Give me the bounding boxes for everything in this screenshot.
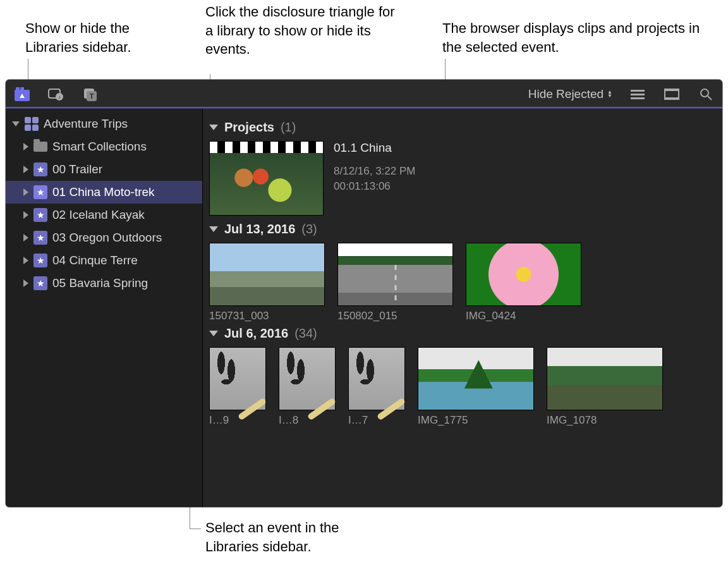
clip-item[interactable]: I…9 — [209, 347, 266, 427]
svg-rect-2 — [20, 87, 24, 90]
sidebar-item-label: 01 China Moto-trek — [52, 185, 155, 199]
list-view-icon[interactable] — [629, 85, 646, 103]
library-row[interactable]: Adventure Trips — [6, 113, 202, 135]
clip-grid: I…9I…8I…7IMG_1775IMG_1078 — [209, 347, 716, 427]
clip-label: 150731_003 — [209, 310, 325, 322]
svg-text:♪: ♪ — [58, 94, 61, 100]
sidebar-item-event[interactable]: ★01 China Moto-trek — [6, 181, 202, 204]
sidebar-item-event[interactable]: ★04 Cinque Terre — [6, 249, 202, 272]
clip-label: IMG_1078 — [547, 414, 663, 427]
sidebar-item-label: Smart Collections — [52, 140, 147, 154]
section-count: (1) — [281, 120, 296, 135]
clip-label: I…8 — [279, 414, 336, 427]
clip-item[interactable]: IMG_0424 — [466, 243, 581, 322]
chevron-down-icon[interactable] — [209, 331, 218, 336]
libraries-sidebar-toggle-icon[interactable] — [13, 85, 31, 103]
disclosure-triangle-icon[interactable] — [12, 121, 20, 126]
sidebar-item-label: 00 Trailer — [52, 162, 102, 176]
svg-rect-14 — [665, 89, 679, 91]
clip-browser: Projects(1)01.1 China8/12/16, 3:22 PM00:… — [203, 109, 722, 507]
folder-icon — [33, 142, 47, 152]
chevron-right-icon[interactable] — [23, 166, 28, 173]
toolbar-accent-line — [6, 107, 722, 108]
sidebar-item-event[interactable]: ★03 Oregon Outdoors — [6, 226, 202, 249]
project-thumbnail[interactable] — [209, 141, 324, 216]
project-meta: 01.1 China8/12/16, 3:22 PM00:01:13:06 — [334, 141, 415, 194]
updown-icon: ▲▼ — [607, 90, 612, 98]
libraries-sidebar: Adventure Trips Smart Collections★00 Tra… — [6, 109, 203, 507]
filmstrip-view-icon[interactable] — [663, 85, 681, 103]
sidebar-item-smart-collections[interactable]: Smart Collections — [6, 135, 202, 158]
sidebar-item-event[interactable]: ★05 Bavaria Spring — [6, 272, 202, 295]
callout-select-event: Select an event in the Libraries sidebar… — [205, 518, 395, 556]
svg-rect-1 — [16, 87, 20, 90]
clip-filter-dropdown[interactable]: Hide Rejected ▲▼ — [528, 87, 612, 101]
svg-rect-11 — [631, 94, 645, 95]
project-submeta: 8/12/16, 3:22 PM00:01:13:06 — [334, 164, 415, 194]
clip-item[interactable]: 150802_015 — [337, 243, 453, 322]
sidebar-item-label: 02 Iceland Kayak — [52, 208, 145, 222]
clip-label: 150802_015 — [337, 310, 453, 322]
chevron-right-icon[interactable] — [23, 257, 28, 264]
chevron-down-icon[interactable] — [209, 226, 218, 232]
clip-thumbnail[interactable] — [209, 243, 325, 306]
app-body: Adventure Trips Smart Collections★00 Tra… — [6, 109, 722, 507]
section-count: (34) — [294, 326, 317, 341]
chevron-right-icon[interactable] — [23, 211, 28, 219]
sidebar-item-label: 04 Cinque Terre — [52, 254, 138, 267]
svg-text:T: T — [90, 92, 94, 100]
browser-section-header[interactable]: Jul 6, 2016(34) — [209, 326, 716, 341]
clip-label: IMG_1775 — [418, 414, 534, 427]
chevron-right-icon[interactable] — [23, 234, 28, 242]
callout-disclosure: Click the disclosure triangle for a libr… — [205, 3, 395, 59]
sidebar-item-event[interactable]: ★02 Iceland Kayak — [6, 204, 202, 226]
project-name: 01.1 China — [334, 141, 415, 155]
clip-item[interactable]: 150731_003 — [209, 243, 325, 322]
callout-browser: The browser displays clips and projects … — [442, 19, 708, 56]
clip-item[interactable]: IMG_1078 — [547, 347, 663, 427]
clip-thumbnail[interactable] — [209, 347, 266, 410]
clip-thumbnail[interactable] — [279, 347, 336, 410]
search-icon[interactable] — [697, 85, 715, 103]
callout-toggle-sidebar: Show or hide the Libraries sidebar. — [25, 19, 183, 56]
leader-line — [28, 59, 28, 80]
clip-grid: 150731_003150802_015IMG_0424 — [209, 243, 716, 322]
clip-thumbnail[interactable] — [466, 243, 581, 306]
project-date: 8/12/16, 3:22 PM — [334, 164, 415, 179]
clip-label: IMG_0424 — [466, 310, 581, 322]
chevron-right-icon[interactable] — [23, 279, 28, 287]
event-star-icon: ★ — [33, 231, 47, 245]
chevron-right-icon[interactable] — [23, 188, 28, 196]
toolbar: ♪ T Hide Rejected ▲▼ — [6, 80, 722, 109]
svg-line-17 — [708, 96, 712, 100]
event-star-icon: ★ — [33, 162, 47, 176]
clip-thumbnail[interactable] — [418, 347, 534, 410]
chevron-right-icon[interactable] — [23, 143, 28, 150]
clip-thumbnail[interactable] — [337, 243, 453, 306]
clip-label: I…7 — [348, 414, 405, 427]
library-name: Adventure Trips — [44, 117, 128, 131]
event-star-icon: ★ — [33, 185, 47, 199]
event-star-icon: ★ — [33, 276, 47, 290]
sidebar-item-label: 03 Oregon Outdoors — [52, 231, 162, 245]
svg-rect-10 — [631, 90, 645, 92]
clip-item[interactable]: IMG_1775 — [418, 347, 534, 427]
clip-filter-label: Hide Rejected — [528, 87, 604, 101]
browser-section-header[interactable]: Projects(1) — [209, 120, 716, 135]
project-duration: 00:01:13:06 — [334, 179, 415, 194]
photos-media-icon[interactable]: ♪ — [47, 85, 65, 103]
browser-section-header[interactable]: Jul 13, 2016(3) — [209, 222, 716, 236]
event-star-icon: ★ — [33, 208, 47, 222]
svg-point-16 — [701, 89, 708, 97]
library-icon — [25, 117, 39, 131]
clip-item[interactable]: I…7 — [348, 347, 405, 427]
clip-label: I…9 — [209, 414, 266, 427]
section-title: Jul 6, 2016 — [224, 326, 288, 341]
titles-generators-icon[interactable]: T — [82, 85, 99, 103]
clip-thumbnail[interactable] — [348, 347, 405, 410]
clip-item[interactable]: I…8 — [279, 347, 336, 427]
chevron-down-icon[interactable] — [209, 125, 218, 130]
sidebar-item-event[interactable]: ★00 Trailer — [6, 158, 202, 181]
project-row[interactable]: 01.1 China8/12/16, 3:22 PM00:01:13:06 — [209, 141, 716, 216]
clip-thumbnail[interactable] — [547, 347, 663, 410]
